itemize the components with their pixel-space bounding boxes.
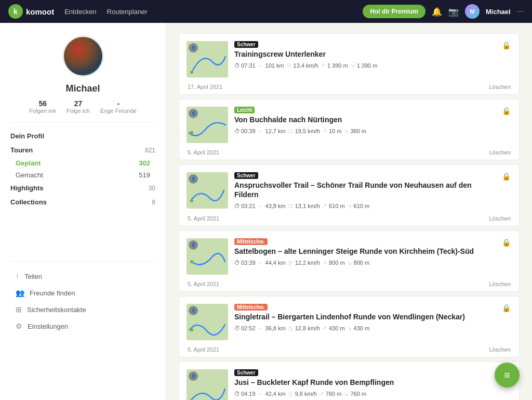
tour-date-row: 5. April 2021 Löschen	[179, 344, 519, 357]
lock-icon: 🔒	[502, 304, 511, 312]
tour-header: Mittelschw. Sattelbogen – alte Lenninger…	[234, 238, 511, 258]
menu-sicherheit[interactable]: ⊞ Sicherheitskontakte	[10, 301, 155, 318]
share-icon: ↑	[16, 272, 19, 280]
sidebar-collections[interactable]: Collections 8	[10, 195, 155, 209]
camera-icon[interactable]: 📷	[448, 7, 459, 17]
main-layout: Michael 56 Folgen mir 27 Folge ich - Eng…	[0, 23, 532, 400]
svg-point-7	[190, 260, 193, 263]
tour-row: 👤 Schwer Jusi – Buckleter Kapf Runde von…	[179, 362, 519, 400]
tour-item: 👤 Schwer Trainingscrew Unterlenker 🔒	[179, 33, 520, 95]
tour-date: 5. April 2021	[188, 215, 219, 222]
stat-speed: 13,1 km/h	[295, 203, 320, 209]
stat-following: 27 Folge ich	[66, 99, 90, 114]
difficulty-badge: Schwer	[234, 41, 258, 48]
tour-content: Schwer Trainingscrew Unterlenker 🔒 ⏱ 07:…	[234, 41, 511, 69]
stat-distance: 12,7 km	[265, 128, 286, 134]
profile-avatar	[62, 35, 104, 77]
stat-distance: 44,4 km	[265, 260, 286, 266]
tour-date: 5. April 2021	[188, 281, 219, 287]
clock-icon: ⏱	[234, 391, 240, 397]
tour-header: Mittelschw. Singletrail – Biergarten Lin…	[234, 304, 511, 324]
stat-distance: 101 km	[265, 62, 284, 69]
stat-elev-down: 800 m	[354, 260, 370, 266]
profile-stats: 56 Folgen mir 27 Folge ich - Enge Freund…	[10, 99, 155, 114]
tour-stats: ⏱ 07:31 ↔ 101 km ◷ 13,4 km/h ↗ 1 390 m ↘…	[234, 62, 511, 69]
sidebar-dein-profil[interactable]: Dein Profil	[10, 129, 155, 143]
delete-button[interactable]: Löschen	[489, 281, 511, 287]
tour-title[interactable]: Trainingscrew Unterlenker	[234, 49, 498, 59]
tour-item: 👤 Mittelschw. Singletrail – Biergarten L…	[179, 296, 520, 357]
nav-username[interactable]: Michael	[486, 8, 511, 16]
delete-button[interactable]: Löschen	[489, 149, 511, 156]
tour-content: Mittelschw. Singletrail – Biergarten Lin…	[234, 304, 511, 331]
svg-point-5	[190, 199, 193, 202]
security-icon: ⊞	[16, 305, 22, 314]
stat-elev-up: 610 m	[329, 203, 345, 209]
delete-button[interactable]: Löschen	[489, 215, 511, 222]
tour-row: 👤 Mittelschw. Singletrail – Biergarten L…	[179, 296, 519, 344]
sidebar-highlights[interactable]: Highlights 30	[10, 181, 155, 195]
profile-avatar-wrap	[10, 35, 155, 77]
notifications-icon[interactable]: 🔔	[432, 7, 442, 17]
sidebar: Michael 56 Folgen mir 27 Folge ich - Eng…	[0, 23, 166, 400]
stat-time: ⏱ 07:31	[234, 62, 256, 69]
stat-time: ⏱ 03:21	[234, 203, 256, 209]
lock-icon: 🔒	[502, 107, 511, 115]
tour-item: 👤 Mittelschw. Sattelbogen – alte Lenning…	[179, 230, 520, 292]
tour-content: Schwer Anspruchsvoller Trail – Schöner T…	[234, 172, 511, 209]
premium-button[interactable]: Hol dir Premium	[363, 5, 425, 18]
delete-button[interactable]: Löschen	[489, 84, 511, 90]
menu-einstellungen[interactable]: ⚙ Einstellungen	[10, 318, 155, 334]
stat-elev-up: 800 m	[329, 260, 345, 266]
tour-title[interactable]: Singletrail – Biergarten Lindenhof Runde…	[234, 312, 498, 321]
tour-date-row: 17. April 2021 Löschen	[179, 82, 519, 94]
clock-icon: ⏱	[234, 325, 240, 331]
svg-point-1	[190, 71, 193, 74]
clock-icon: ⏱	[234, 203, 240, 209]
lock-icon: 🔒	[502, 41, 511, 49]
tour-title[interactable]: Von Buchhalde nach Nürtingen	[234, 115, 498, 124]
difficulty-badge: Schwer	[234, 369, 258, 376]
tour-map: 👤	[187, 304, 228, 340]
stat-distance: 36,8 km	[265, 325, 286, 331]
profile-name: Michael	[10, 83, 155, 94]
tour-map: 👤	[187, 238, 228, 275]
tour-date: 5. April 2021	[188, 149, 219, 156]
sidebar-touren[interactable]: Touren 821	[10, 143, 155, 157]
tour-user-avatar: 👤	[189, 109, 198, 118]
logo-text: komoot	[26, 7, 54, 16]
avatar[interactable]: M	[465, 4, 480, 19]
sidebar-gemacht[interactable]: Gemacht 519	[10, 169, 155, 181]
clock-icon: ⏱	[234, 260, 240, 266]
sidebar-geplant[interactable]: Geplant 302	[10, 157, 155, 169]
logo-icon: k	[8, 4, 23, 19]
stat-friends: - Enge Freunde	[100, 99, 137, 114]
stat-speed: 9,8 km/h	[295, 391, 317, 397]
settings-icon: ⚙	[16, 322, 22, 330]
nav-entdecken[interactable]: Entdecken	[64, 8, 96, 16]
menu-teilen[interactable]: ↑ Teilen	[10, 268, 155, 285]
menu-freunde[interactable]: 👥 Freunde finden	[10, 285, 155, 301]
tour-title[interactable]: Jusi – Buckleter Kapf Runde von Bempflin…	[234, 378, 498, 387]
tour-header: Leicht Von Buchhalde nach Nürtingen 🔒	[234, 107, 511, 126]
difficulty-badge: Leicht	[234, 107, 255, 113]
stat-elev-down: 760 m	[350, 391, 366, 397]
nav-routenplaner[interactable]: Routenplaner	[107, 8, 148, 16]
tour-title[interactable]: Anspruchsvoller Trail – Schöner Trail Ru…	[234, 180, 498, 199]
difficulty-badge: Mittelschw.	[234, 304, 268, 311]
tour-date-row: 5. April 2021 Löschen	[179, 279, 519, 291]
logo[interactable]: k komoot	[8, 4, 54, 19]
tour-header: Schwer Jusi – Buckleter Kapf Runde von B…	[234, 369, 511, 389]
fab-button[interactable]: ≡	[495, 363, 520, 388]
tour-header: Schwer Anspruchsvoller Trail – Schöner T…	[234, 172, 511, 201]
fab-icon: ≡	[504, 369, 510, 381]
tour-stats: ⏱ 00:39 ↔ 12,7 km ◷ 19,5 km/h ↗ 10 m ↘ 3…	[234, 127, 511, 134]
stat-speed: 12,2 km/h	[295, 260, 320, 266]
delete-button[interactable]: Löschen	[489, 346, 511, 353]
clock-icon: ⏱	[234, 128, 240, 134]
tour-title[interactable]: Sattelbogen – alte Lenninger Steige Rund…	[234, 247, 498, 256]
tour-item: 👤 Schwer Anspruchsvoller Trail – Schöner…	[179, 164, 520, 226]
difficulty-badge: Mittelschw.	[234, 238, 268, 245]
nav-more-icon[interactable]: ···	[517, 7, 524, 16]
tour-row: 👤 Mittelschw. Sattelbogen – alte Lenning…	[179, 231, 519, 279]
